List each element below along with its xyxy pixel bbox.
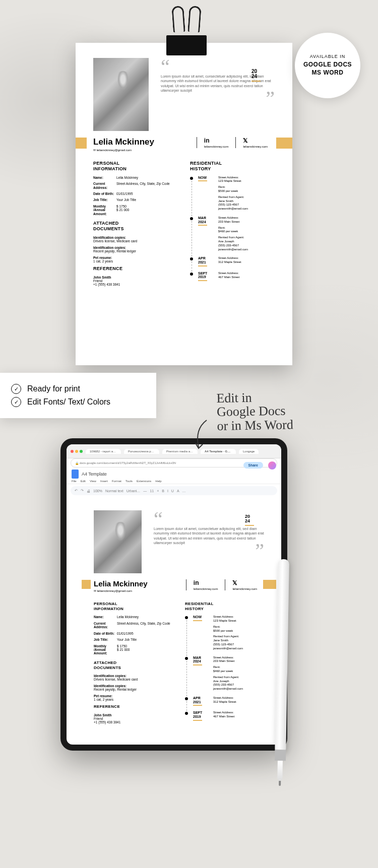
quote-close-icon: ” [161,95,275,101]
share-button[interactable]: Share [243,462,263,469]
profile-photo [93,58,149,131]
timeline-dot [190,177,193,180]
personal-heading: PERSONALINFORMATION [93,161,178,172]
badge-line2: GOOGLE DOCS [303,61,352,69]
toolbar-item[interactable]: 100% [93,489,102,493]
badge-line1: AVAILABLE IN [310,54,346,59]
toolbar-item[interactable]: … [182,489,186,493]
resume-page: 2024 “ Lorem ipsum dolor sit amet, conse… [76,43,292,365]
twitter-icon: 𝕏 [232,579,257,586]
browser-tab-bar[interactable]: 109682 - raport automa… Ponowoczesna pol… [67,444,281,458]
menu-item[interactable]: File [72,480,77,483]
traffic-dots [71,450,83,453]
tablet-screen: 109682 - raport automa… Ponowoczesna pol… [67,444,281,745]
toolbar-item[interactable]: ↶ [75,489,78,493]
browser-tab[interactable]: 109682 - raport automa… [86,449,121,454]
check-icon: ✓ [11,384,21,394]
toolbar-item[interactable]: + [157,489,159,493]
timeline-dot [185,712,188,715]
personal-heading: PERSONALINFORMATION [94,602,173,611]
toolbar-item[interactable]: B [162,489,164,493]
menu-item[interactable]: View [90,480,96,483]
twitter-block: 𝕏leliamckinney.com [235,137,275,148]
residential-heading: RESIDENTIALHISTORY [190,161,275,172]
toolbar-item[interactable]: ↷ [81,489,84,493]
timeline-dot [190,257,193,260]
browser-tab[interactable]: Longage [239,449,259,454]
toolbar-item[interactable]: I [167,489,168,493]
binder-clip [166,20,207,71]
email-text: ✉ leliamckinney@gmail.com [93,148,154,152]
toolbar-item[interactable]: Urbani… [127,489,141,493]
profile-photo [94,510,142,573]
resume-page-tablet: 2024 “ Lorem ipsum dolor sit amet, conse… [82,501,276,745]
docs-canvas[interactable]: 2024 “ Lorem ipsum dolor sit amet, conse… [67,497,281,745]
docs-menu[interactable]: FileEditViewInsertFormatToolsExtensionsH… [72,480,276,483]
bio-text: Lorem ipsum dolor sit amet, consectetuer… [154,526,264,546]
availability-badge: AVAILABLE IN GOOGLE DOCS MS WORD [295,33,360,98]
feature-edit: ✓ Edit Fonts/ Text/ Colors [11,397,145,407]
timeline-dot [185,697,188,700]
docs-header: A4 Template FileEditViewInsertFormatTool… [67,468,281,484]
menu-item[interactable]: Format [112,480,121,483]
accent-block [263,580,276,589]
timeline-dot [190,273,193,276]
year-badge: 2024 [251,69,261,82]
toolbar-item[interactable]: A [177,489,179,493]
badge-line3: MS WORD [312,69,344,77]
menu-item[interactable]: Insert [100,480,108,483]
linkedin-block: inleliamckinney.com [186,579,225,590]
person-name: Lelia Mckinney [93,137,154,147]
reference-heading: REFERENCE [93,266,178,272]
quote-close-icon: ” [154,548,264,554]
menu-item[interactable]: Help [155,480,161,483]
menu-item[interactable]: Tools [125,480,133,483]
attached-heading: ATTACHEDDOCUMENTS [94,660,173,670]
check-icon: ✓ [11,397,21,407]
toolbar-item[interactable]: — [143,489,147,493]
timeline-dot [190,217,193,220]
handwritten-note: Edit in Google Docs or in Ms Word [216,389,328,433]
toolbar-item[interactable]: Normal text [105,489,123,493]
menu-item[interactable]: Edit [81,480,86,483]
attached-heading: ATTACHEDDOCUMENTS [93,221,178,232]
menu-item[interactable]: Extensions [137,480,151,483]
person-name: Lelia Mckinney [94,579,148,588]
docs-toolbar[interactable]: ↶↷🖨100%Normal textUrbani…—11+BIUA… [71,486,277,495]
reference-heading: REFERENCE [94,704,173,709]
browser-tab[interactable]: Ponowoczesna polszczyzna… [124,449,159,454]
timeline-dot [185,657,188,660]
docs-logo-icon [72,470,79,479]
accent-block [82,580,91,589]
features-box: ✓ Ready for print ✓ Edit Fonts/ Text/ Co… [0,373,156,418]
toolbar-item[interactable]: 11 [150,489,154,493]
arrow-icon [192,419,212,449]
email-text: ✉ leliamckinney@gmail.com [94,589,148,592]
feature-print: ✓ Ready for print [11,384,145,394]
year-badge: 2024 [245,514,254,526]
residential-heading: RESIDENTIALHISTORY [185,602,264,611]
twitter-block: 𝕏leliamckinney.com [225,579,264,590]
linkedin-block: inleliamckinney.com [197,137,236,148]
linkedin-icon: in [204,137,229,144]
twitter-icon: 𝕏 [243,137,268,144]
toolbar-item[interactable]: U [171,489,174,493]
doc-title[interactable]: A4 Template [82,472,107,477]
tablet-device: 109682 - raport automa… Ponowoczesna pol… [60,438,287,751]
linkedin-icon: in [194,579,218,586]
timeline-dot [185,616,188,619]
accent-block [76,138,87,149]
accent-block [276,138,292,149]
user-avatar[interactable] [268,461,276,470]
toolbar-item[interactable]: 🖨 [87,489,90,493]
